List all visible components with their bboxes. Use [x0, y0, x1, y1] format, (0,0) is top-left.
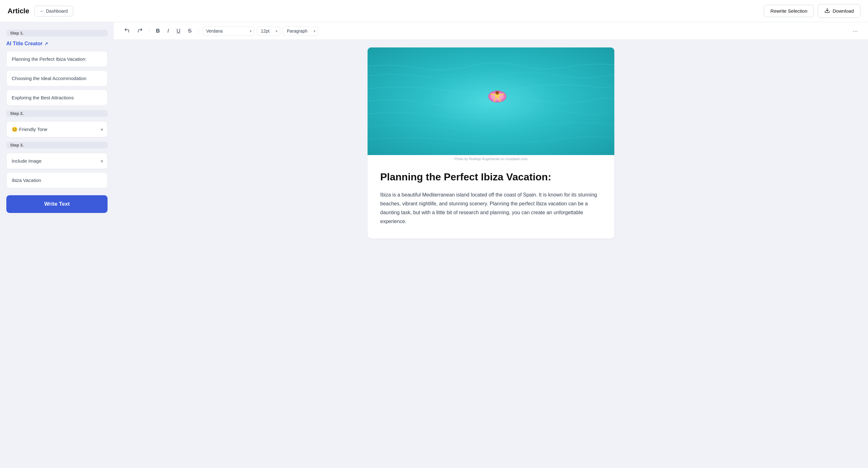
step3-section: Step 3. Include Image No Image ▾ — [6, 142, 107, 188]
bold-button[interactable]: B — [153, 26, 162, 36]
image-select-wrapper: Include Image No Image ▾ — [6, 153, 107, 169]
external-link-icon: ↗ — [44, 41, 48, 46]
article-title: Planning the Perfect Ibiza Vacation: — [380, 171, 602, 183]
italic-icon: I — [167, 28, 169, 34]
tone-select-wrapper: 😊 Friendly Tone 😎 Casual Tone 🎓 Professi… — [6, 121, 107, 137]
header: Article ← Dashboard Rewrite Selection Do… — [0, 0, 868, 22]
arrow-left-icon: ← — [39, 8, 44, 13]
article-image — [368, 48, 614, 155]
step1-section: Step 1. AI Title Creator ↗ — [6, 30, 107, 106]
ai-title-label: AI Title Creator — [6, 41, 42, 47]
editor-content: Photo by Rodrigo Kugnharski on Unsplash.… — [114, 40, 868, 468]
toolbar: B I U S Verdana Arial Times New Roman Ge… — [114, 22, 868, 40]
undo-button[interactable] — [121, 26, 132, 36]
dashboard-label: Dashboard — [46, 8, 68, 13]
editor-area: B I U S Verdana Arial Times New Roman Ge… — [114, 22, 868, 468]
title-input-1[interactable] — [6, 51, 107, 67]
image-select[interactable]: Include Image No Image — [6, 153, 107, 169]
article-paper: Photo by Rodrigo Kugnharski on Unsplash.… — [368, 48, 614, 239]
more-options-button[interactable]: ··· — [850, 26, 860, 36]
article-paragraph: Ibiza is a beautiful Mediterranean islan… — [380, 191, 602, 226]
paragraph-select-wrapper: Paragraph Heading 1 Heading 2 Heading 3 … — [283, 26, 318, 36]
download-button[interactable]: Download — [818, 4, 860, 18]
article-body: Planning the Perfect Ibiza Vacation: Ibi… — [368, 161, 614, 226]
rewrite-selection-button[interactable]: Rewrite Selection — [764, 5, 814, 17]
write-text-label: Write Text — [44, 201, 70, 207]
title-input-3[interactable] — [6, 90, 107, 106]
strikethrough-button[interactable]: S — [185, 26, 194, 36]
ai-title-creator-link[interactable]: AI Title Creator ↗ — [6, 41, 107, 47]
keyword-input[interactable] — [6, 172, 107, 188]
size-select[interactable]: 8pt 10pt 12pt 14pt 16pt 18pt 24pt — [257, 26, 280, 36]
step1-badge: Step 1. — [6, 30, 107, 36]
underline-icon: U — [177, 28, 180, 34]
tone-select[interactable]: 😊 Friendly Tone 😎 Casual Tone 🎓 Professi… — [6, 121, 107, 137]
paragraph-select[interactable]: Paragraph Heading 1 Heading 2 Heading 3 — [283, 26, 318, 36]
font-select[interactable]: Verdana Arial Times New Roman Georgia — [202, 26, 254, 36]
strikethrough-icon: S — [188, 28, 191, 34]
title-input-2[interactable] — [6, 70, 107, 86]
size-select-wrapper: 8pt 10pt 12pt 14pt 16pt 18pt 24pt ▾ — [257, 26, 280, 36]
redo-button[interactable] — [135, 26, 146, 36]
bold-icon: B — [156, 28, 160, 34]
rewrite-label: Rewrite Selection — [771, 8, 808, 13]
page-title: Article — [8, 7, 29, 15]
header-right: Rewrite Selection Download — [764, 4, 860, 18]
dashboard-button[interactable]: ← Dashboard — [34, 6, 73, 17]
svg-rect-1 — [368, 48, 614, 155]
toolbar-divider-2 — [198, 28, 198, 34]
font-select-wrapper: Verdana Arial Times New Roman Georgia ▾ — [202, 26, 254, 36]
step2-badge: Step 2. — [6, 110, 107, 117]
write-text-button[interactable]: Write Text — [6, 195, 107, 213]
header-left: Article ← Dashboard — [8, 6, 73, 17]
sidebar: Step 1. AI Title Creator ↗ Step 2. 😊 Fri… — [0, 22, 114, 468]
step3-badge: Step 3. — [6, 142, 107, 148]
undo-icon — [124, 28, 130, 34]
underline-button[interactable]: U — [174, 26, 183, 36]
photo-credit: Photo by Rodrigo Kugnharski on Unsplash.… — [368, 155, 614, 161]
toolbar-divider-1 — [149, 28, 150, 34]
svg-point-5 — [495, 91, 499, 95]
download-label: Download — [833, 8, 854, 13]
main-layout: Step 1. AI Title Creator ↗ Step 2. 😊 Fri… — [0, 22, 868, 468]
step2-section: Step 2. 😊 Friendly Tone 😎 Casual Tone 🎓 … — [6, 110, 107, 137]
download-icon — [824, 8, 830, 14]
redo-icon — [137, 28, 143, 34]
italic-button[interactable]: I — [165, 26, 172, 36]
